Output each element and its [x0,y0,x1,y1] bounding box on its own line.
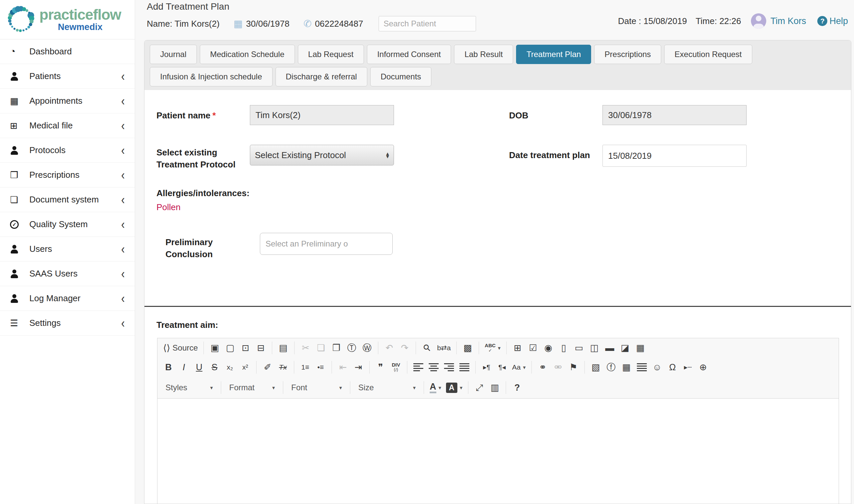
tab-prescriptions[interactable]: Prescriptions [594,45,661,64]
remove-format-button[interactable]: Tx [275,359,291,375]
print-button[interactable]: ⊟ [253,340,269,356]
tab-informed-consent[interactable]: Informed Consent [367,45,451,64]
radio-button[interactable]: ◉ [541,340,556,356]
maximize-button[interactable]: ⤢ [472,380,487,396]
sidebar-item-patients[interactable]: Patients‹ [0,64,135,89]
smiley-button[interactable]: ☺ [650,359,665,375]
bold-button[interactable]: B [161,359,176,375]
paste-text-button[interactable]: Ⓣ [344,340,359,356]
new-page-button[interactable]: ▢ [222,340,238,356]
tab-lab-result[interactable]: Lab Result [454,45,513,64]
existing-protocol-select[interactable]: Select Existing Protocol ▴▾ [250,145,394,165]
tab-medication-schedule[interactable]: Medication Schedule [200,45,295,64]
outdent-button[interactable]: ⇤ [335,359,351,375]
tab-infusion-injection-schedule[interactable]: Infusion & Injection schedule [150,67,273,86]
button-field-button[interactable]: ▬ [602,340,617,356]
indent-button[interactable]: ⇥ [351,359,366,375]
image-button[interactable]: ▧ [588,359,603,375]
tab-discharge-referral[interactable]: Discharge & referral [275,67,367,86]
sidebar-item-quality-system[interactable]: ✓Quality System‹ [0,212,135,237]
format-combo[interactable]: Format▾ [224,380,279,396]
sidebar-item-settings[interactable]: ☰Settings‹ [0,311,135,336]
cut-button[interactable]: ✂ [298,340,313,356]
link-button[interactable]: ⚭ [535,359,550,375]
chevron-left-icon: ‹ [121,193,125,206]
underline-button[interactable]: U [192,359,207,375]
bidi-ltr-button[interactable]: ▸¶ [479,359,494,375]
checkbox-button[interactable]: ☑ [525,340,541,356]
align-center-button[interactable] [426,359,441,375]
page-break-button[interactable]: ▸┄ [680,359,695,375]
hidden-field-button[interactable]: ▦ [633,340,648,356]
sidebar-item-saas-users[interactable]: SAAS Users‹ [0,262,135,286]
subscript-button[interactable]: x₂ [222,359,237,375]
preliminary-conclusion-input[interactable] [260,233,393,255]
blockquote-button[interactable]: ❞ [373,359,388,375]
horizontal-rule-button[interactable] [634,359,650,375]
align-left-button[interactable] [411,359,426,375]
avatar[interactable] [751,13,766,29]
flash-button[interactable]: ⓕ [603,359,619,375]
textarea-button[interactable]: ▭ [571,340,587,356]
about-button[interactable]: ? [509,380,525,396]
text-field-button[interactable]: ▯ [556,340,571,356]
paste-word-button[interactable]: Ⓦ [359,340,375,356]
replace-button[interactable]: b⇄a [435,340,453,356]
show-blocks-button[interactable]: ▥ [487,380,503,396]
user-name-link[interactable]: Tim Kors [770,16,806,26]
copy-button[interactable]: ❏ [313,340,329,356]
undo-button[interactable]: ↶ [382,340,397,356]
editor-content-area[interactable] [158,398,839,504]
div-button[interactable]: DIV⟨/⟩ [388,359,404,375]
iframe-button[interactable]: ⊕ [695,359,711,375]
print-icon: ⊟ [257,343,265,353]
form-button[interactable]: ⊞ [510,340,525,356]
image-button-button[interactable]: ◪ [617,340,633,356]
superscript-button[interactable]: x² [237,359,253,375]
sidebar-item-document-system[interactable]: ❏Document system‹ [0,187,135,212]
bidi-rtl-button[interactable]: ¶◂ [494,359,510,375]
bulleted-list-button[interactable]: •≡ [313,359,328,375]
text-color-button[interactable]: A▾ [427,380,444,396]
table-button[interactable]: ▦ [619,359,634,375]
select-all-button[interactable]: ▩ [460,340,475,356]
copy-formatting-button[interactable]: ✐ [260,359,275,375]
search-patient-input[interactable] [379,16,476,31]
find-button[interactable]: ⚲ [419,340,435,356]
align-justify-button[interactable] [457,359,472,375]
strike-button[interactable]: S [207,359,222,375]
size-combo[interactable]: Size▾ [353,380,420,396]
help-button[interactable]: ? Help [817,16,848,26]
sidebar-item-appointments[interactable]: ▦Appointments‹ [0,89,135,113]
save-button[interactable]: ▣ [207,340,222,356]
tab-documents[interactable]: Documents [370,67,431,86]
date-plan-input[interactable] [602,145,747,167]
font-combo[interactable]: Font▾ [287,380,347,396]
language-button[interactable]: Aa▾ [510,359,528,375]
source-button[interactable]: ⟨⟩Source [161,340,200,356]
special-char-button[interactable]: Ω [665,359,680,375]
tab-journal[interactable]: Journal [150,45,197,64]
tab-execution-request[interactable]: Execution Request [664,45,752,64]
spellcheck-button[interactable]: ABC✓▾ [483,340,503,356]
anchor-button[interactable]: ⚑ [566,359,581,375]
preview-button[interactable]: ⊡ [238,340,253,356]
tab-lab-request[interactable]: Lab Request [298,45,364,64]
styles-combo[interactable]: Styles▾ [161,380,218,396]
select-field-button[interactable]: ◫ [587,340,602,356]
sidebar-item-users[interactable]: Users‹ [0,237,135,262]
sidebar-item-dashboard[interactable]: ◔Dashboard [0,39,135,64]
italic-button[interactable]: I [176,359,192,375]
unlink-button[interactable]: ⚮ [550,359,566,375]
sidebar-item-protocols[interactable]: Protocols‹ [0,138,135,163]
sidebar-item-prescriptions[interactable]: ❒Prescriptions‹ [0,163,135,187]
sidebar-item-medical-file[interactable]: ⊞Medical file‹ [0,113,135,138]
align-right-button[interactable] [441,359,457,375]
sidebar-item-log-manager[interactable]: Log Manager‹ [0,286,135,311]
bg-color-button[interactable]: A▾ [444,380,465,396]
numbered-list-button[interactable]: 1≡ [297,359,313,375]
tab-treatment-plan[interactable]: Treatment Plan [516,45,591,64]
paste-button[interactable]: ❐ [329,340,344,356]
templates-button[interactable]: ▤ [275,340,291,356]
redo-button[interactable]: ↷ [397,340,412,356]
